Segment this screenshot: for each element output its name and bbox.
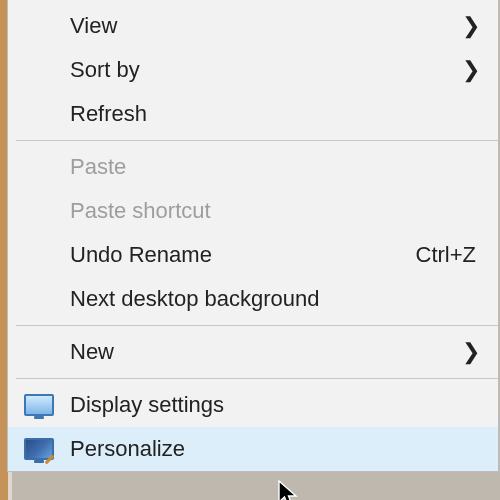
menu-item-label: New bbox=[70, 339, 462, 365]
menu-item-label: Refresh bbox=[70, 101, 476, 127]
desktop-background: View ❯ Sort by ❯ Refresh Paste Paste sho… bbox=[0, 0, 500, 500]
menu-item-refresh[interactable]: Refresh bbox=[8, 92, 498, 136]
menu-item-paste: Paste bbox=[8, 145, 498, 189]
menu-item-label: Undo Rename bbox=[70, 242, 404, 268]
menu-separator bbox=[16, 140, 498, 141]
menu-item-shortcut: Ctrl+Z bbox=[404, 242, 477, 268]
menu-item-label: View bbox=[70, 13, 462, 39]
menu-item-new[interactable]: New ❯ bbox=[8, 330, 498, 374]
menu-item-undo-rename[interactable]: Undo Rename Ctrl+Z bbox=[8, 233, 498, 277]
menu-item-label: Paste shortcut bbox=[70, 198, 476, 224]
menu-item-paste-shortcut: Paste shortcut bbox=[8, 189, 498, 233]
menu-item-label: Next desktop background bbox=[70, 286, 476, 312]
menu-item-label: Personalize bbox=[70, 436, 476, 462]
chevron-right-icon: ❯ bbox=[462, 57, 476, 83]
menu-item-next-desktop-background[interactable]: Next desktop background bbox=[8, 277, 498, 321]
desktop-context-menu: View ❯ Sort by ❯ Refresh Paste Paste sho… bbox=[7, 0, 499, 472]
menu-item-label: Paste bbox=[70, 154, 476, 180]
menu-item-label: Sort by bbox=[70, 57, 462, 83]
chevron-right-icon: ❯ bbox=[462, 13, 476, 39]
personalize-icon bbox=[8, 438, 70, 460]
menu-separator bbox=[16, 325, 498, 326]
mouse-cursor-icon bbox=[278, 480, 300, 500]
chevron-right-icon: ❯ bbox=[462, 339, 476, 365]
menu-item-label: Display settings bbox=[70, 392, 476, 418]
menu-item-display-settings[interactable]: Display settings bbox=[8, 383, 498, 427]
display-settings-icon bbox=[8, 394, 70, 416]
menu-separator bbox=[16, 378, 498, 379]
menu-item-personalize[interactable]: Personalize bbox=[8, 427, 498, 471]
menu-item-sort-by[interactable]: Sort by ❯ bbox=[8, 48, 498, 92]
menu-item-view[interactable]: View ❯ bbox=[8, 4, 498, 48]
